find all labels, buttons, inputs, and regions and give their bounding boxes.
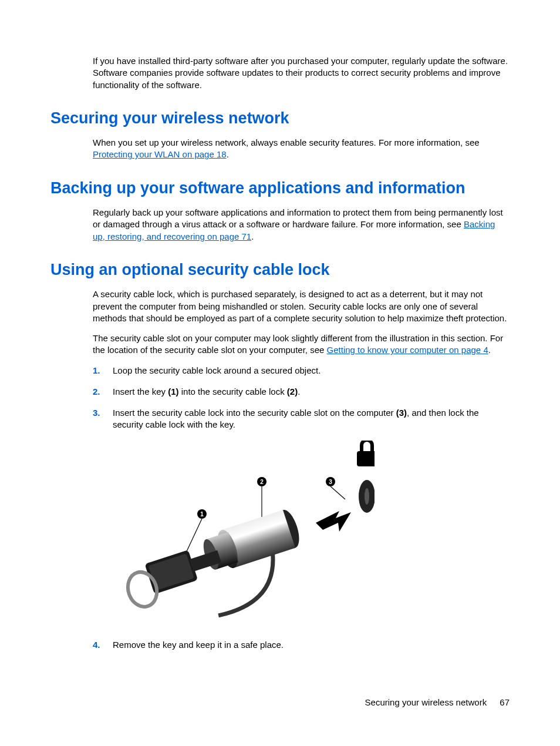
svg-point-7: [365, 488, 369, 505]
text-span: Insert the security cable lock into the …: [113, 408, 396, 418]
page-footer: Securing your wireless network 67: [365, 697, 510, 708]
callout-ref: (3): [396, 408, 407, 418]
step-2: 2. Insert the key (1) into the security …: [93, 386, 510, 398]
callout-ref: (2): [287, 387, 298, 396]
svg-rect-6: [357, 451, 375, 466]
step-text: Remove the key and keep it in a safe pla…: [113, 639, 510, 651]
text-span: When you set up your wireless network, a…: [93, 137, 480, 147]
paragraph-cable-1: A security cable lock, which is purchase…: [93, 288, 510, 324]
heading-security-cable: Using an optional security cable lock: [50, 259, 510, 280]
link-protecting-wlan[interactable]: Protecting your WLAN on page 18: [93, 149, 227, 159]
paragraph-backing-up: Regularly back up your software applicat…: [93, 207, 510, 243]
step-number: 4.: [93, 639, 113, 651]
step-number: 2.: [93, 386, 113, 398]
step-number: 3.: [93, 407, 113, 431]
text-span: into the security cable lock: [179, 387, 287, 396]
callout-1: 1: [200, 510, 204, 517]
paragraph-cable-2: The security cable slot on your computer…: [93, 332, 510, 357]
callout-2: 2: [260, 478, 264, 485]
text-span: .: [298, 387, 300, 396]
step-text: Loop the security cable lock around a se…: [113, 365, 510, 377]
steps-list-continued: 4. Remove the key and keep it in a safe …: [93, 639, 510, 651]
arrow-icon: [316, 511, 351, 532]
text-span: Regularly back up your software applicat…: [93, 207, 503, 229]
page-number: 67: [500, 697, 510, 707]
step-1: 1. Loop the security cable lock around a…: [93, 365, 510, 377]
text-span: .: [488, 345, 491, 355]
svg-line-5: [330, 486, 345, 499]
steps-list: 1. Loop the security cable lock around a…: [93, 365, 510, 431]
heading-securing-wireless: Securing your wireless network: [50, 107, 510, 129]
padlock-icon: [357, 441, 375, 466]
intro-paragraph: If you have installed third-party softwa…: [93, 55, 510, 91]
text-span: Insert the key: [113, 387, 168, 396]
step-4: 4. Remove the key and keep it in a safe …: [93, 639, 510, 651]
paragraph-securing-wireless: When you set up your wireless network, a…: [93, 137, 510, 161]
step-number: 1.: [93, 365, 113, 377]
text-span: .: [251, 231, 254, 241]
step-text: Insert the security cable lock into the …: [113, 407, 510, 431]
heading-backing-up: Backing up your software applications an…: [50, 177, 510, 199]
step-text: Insert the key (1) into the security cab…: [113, 386, 510, 398]
text-span: .: [227, 149, 229, 159]
step-3: 3. Insert the security cable lock into t…: [93, 407, 510, 431]
security-cable-illustration: 1 2 3: [93, 441, 375, 623]
link-getting-to-know[interactable]: Getting to know your computer on page 4: [327, 345, 488, 355]
figure-security-cable: 1 2 3: [93, 441, 510, 623]
callout-3: 3: [329, 478, 332, 485]
svg-marker-8: [316, 511, 351, 532]
footer-title: Securing your wireless network: [365, 697, 487, 707]
callout-ref: (1): [168, 387, 178, 396]
